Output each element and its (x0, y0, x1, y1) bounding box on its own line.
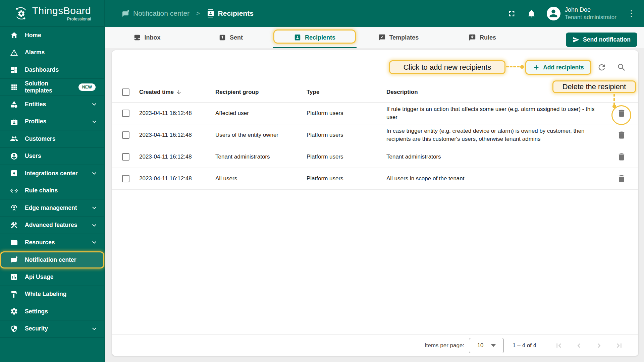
cell-description: In case trigger entity (e.g. created dev… (386, 127, 605, 143)
table-row[interactable]: 2023-04-11 16:12:48 Tenant administrator… (112, 146, 638, 168)
cell-created-time: 2023-04-11 16:12:48 (139, 154, 215, 160)
trash-icon (617, 174, 626, 183)
refresh-icon (597, 63, 606, 72)
send-icon (573, 36, 580, 43)
breadcrumb: Notification center > Recipients (122, 9, 254, 17)
fullscreen-icon[interactable] (507, 9, 516, 18)
delete-recipient-button[interactable] (617, 130, 626, 140)
sidebar-item-entities[interactable]: Entities (0, 96, 104, 113)
cell-recipient-group: Users of the entity owner (215, 132, 307, 138)
first-page-icon (554, 341, 563, 350)
row-checkbox[interactable] (122, 153, 129, 161)
sidebar-item-integrations-center[interactable]: Integrations center (0, 165, 104, 182)
sidebar-nav: Home Alarms Dashboards Solution template… (0, 27, 104, 338)
recipients-card: Click to add new recipients Add recipien… (112, 50, 638, 356)
table-row[interactable]: 2023-04-11 16:12:48 Users of the entity … (112, 124, 638, 146)
row-checkbox[interactable] (122, 110, 129, 117)
brand-logo[interactable]: ThingsBoard Professional (0, 0, 104, 27)
user-menu[interactable]: John Doe Tenant administrator (547, 6, 616, 21)
users-icon (10, 152, 18, 160)
column-recipient-group[interactable]: Recipient group (215, 89, 307, 96)
sidebar-item-home[interactable]: Home (0, 27, 104, 44)
trash-icon (617, 130, 626, 140)
chevron-down-icon (90, 221, 98, 229)
thingsboard-logo-icon (13, 6, 29, 21)
cell-recipient-group: All users (215, 175, 307, 182)
table-row[interactable]: 2023-04-11 16:12:48 All users Platform u… (112, 168, 638, 190)
chevron-down-icon (90, 169, 98, 177)
templates-icon (378, 34, 386, 41)
cell-type: Platform users (307, 132, 386, 138)
next-page-button[interactable] (595, 341, 603, 350)
sidebar-item-solution-templates[interactable]: Solution templates NEW (0, 79, 104, 96)
sidebar-item-customers[interactable]: Customers (0, 130, 104, 148)
pagination-bar: Items per page: 10 1 – 4 of 4 (112, 335, 638, 356)
alarms-icon (10, 49, 18, 57)
sidebar-item-settings[interactable]: Settings (0, 303, 104, 320)
table-row[interactable]: 2023-04-11 16:12:48 Affected user Platfo… (112, 103, 638, 124)
callout-connector (506, 66, 520, 67)
home-icon (10, 31, 18, 39)
column-type[interactable]: Type (307, 89, 386, 96)
delete-recipient-button[interactable] (617, 109, 626, 118)
sidebar-item-advanced-features[interactable]: Advanced features (0, 217, 104, 234)
last-page-icon (615, 341, 624, 350)
breadcrumb-recipients: Recipients (207, 9, 254, 17)
delete-recipient-button[interactable] (617, 152, 626, 162)
chevron-right-icon (595, 341, 603, 350)
chevron-down-icon (90, 238, 98, 246)
sidebar-item-white-labeling[interactable]: White Labeling (0, 286, 104, 303)
search-button[interactable] (617, 63, 626, 72)
notifications-bell-icon[interactable] (527, 9, 536, 18)
breadcrumb-notification-center[interactable]: Notification center (122, 9, 190, 17)
delete-recipient-callout: Delete the resipient (552, 80, 636, 93)
tab-sent[interactable]: Sent (189, 27, 273, 48)
active-tab-underline (273, 47, 357, 48)
recipients-icon (294, 34, 301, 41)
column-created-time[interactable]: Created time (139, 89, 215, 96)
cell-type: Platform users (307, 154, 386, 160)
dashboards-icon (10, 66, 18, 74)
refresh-button[interactable] (597, 63, 606, 72)
row-checkbox[interactable] (122, 131, 129, 139)
tab-templates[interactable]: Templates (357, 27, 440, 48)
resources-icon (10, 238, 18, 246)
tab-recipients[interactable]: Recipients (273, 27, 357, 48)
sidebar-item-edge-management[interactable]: Edge management (0, 199, 104, 217)
delete-recipient-button[interactable] (617, 174, 626, 183)
sidebar-item-dashboards[interactable]: Dashboards (0, 61, 104, 79)
chevron-left-icon (575, 341, 583, 350)
send-notification-button[interactable]: Send notification (566, 33, 637, 47)
callout-connector-dot (520, 65, 524, 69)
add-recipients-button[interactable]: Add recipients (525, 60, 591, 75)
previous-page-button[interactable] (575, 341, 583, 350)
sidebar-item-notification-center[interactable]: Notification center (0, 251, 104, 269)
last-page-button[interactable] (615, 341, 624, 350)
sidebar-item-security[interactable]: Security (0, 320, 104, 338)
first-page-button[interactable] (554, 341, 563, 350)
user-role: Tenant administrator (565, 14, 616, 21)
sidebar-item-profiles[interactable]: Profiles (0, 113, 104, 131)
sidebar-item-users[interactable]: Users (0, 148, 104, 165)
more-options-icon[interactable]: ⋮ (627, 12, 634, 15)
row-checkbox[interactable] (122, 175, 129, 182)
new-badge: NEW (78, 83, 96, 91)
sidebar-item-resources[interactable]: Resources (0, 234, 104, 251)
sidebar-item-api-usage[interactable]: Api Usage (0, 268, 104, 286)
tab-inbox[interactable]: Inbox (105, 27, 189, 48)
integrations-icon (10, 169, 18, 177)
solution-templates-icon (10, 83, 18, 91)
table-body: 2023-04-11 16:12:48 Affected user Platfo… (112, 103, 638, 190)
select-all-checkbox[interactable] (122, 88, 129, 96)
sidebar-item-rule-chains[interactable]: Rule chains (0, 182, 104, 200)
delete-callout-connector (613, 94, 615, 105)
trash-icon (617, 152, 626, 162)
tab-rules[interactable]: Rules (440, 27, 524, 48)
brand-edition: Professional (67, 17, 91, 21)
sidebar-item-alarms[interactable]: Alarms (0, 44, 104, 62)
profiles-icon (10, 118, 18, 126)
rules-icon (469, 34, 476, 41)
security-icon (10, 325, 18, 333)
cell-description: If rule trigger is an action that affect… (386, 105, 605, 121)
items-per-page-select[interactable]: 10 (469, 338, 504, 353)
